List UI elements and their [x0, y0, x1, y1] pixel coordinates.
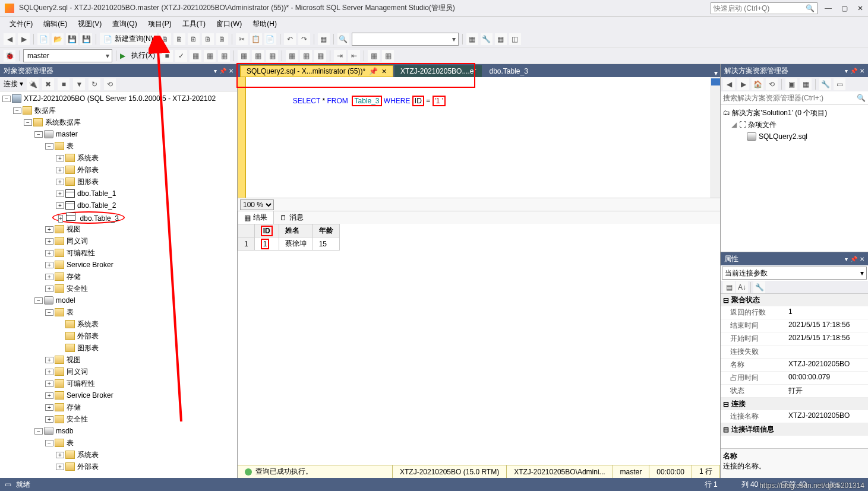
home-icon[interactable]: 🏠	[752, 78, 763, 90]
sync-icon[interactable]: ⟲	[104, 78, 116, 90]
model-external-tables-node[interactable]: 外部表	[77, 331, 99, 341]
expand-icon[interactable]: +	[45, 416, 53, 423]
menu-window[interactable]: 窗口(W)	[212, 17, 247, 31]
expand-icon[interactable]: −	[24, 119, 32, 126]
collapse-icon[interactable]: ▣	[785, 78, 797, 90]
save-all-button[interactable]: 💾	[80, 33, 92, 45]
prop-category-details[interactable]: ⊟连接详细信息	[721, 423, 868, 436]
stop-icon[interactable]: ■	[58, 78, 70, 90]
disconnect-icon[interactable]: ✖	[42, 78, 54, 90]
tool-b-button[interactable]: ▦	[495, 33, 507, 45]
xmla-icon[interactable]: 🗎	[202, 33, 214, 45]
col-id[interactable]: ID	[254, 224, 279, 237]
sync-icon[interactable]: ⟲	[766, 78, 778, 90]
quick-launch-input[interactable]	[714, 4, 806, 12]
results-grid-button[interactable]: ▦	[218, 50, 230, 62]
split-button[interactable]: ◫	[509, 33, 521, 45]
close-icon[interactable]: ✕	[860, 68, 864, 74]
results-tab[interactable]: ▦结果	[238, 211, 274, 224]
outdent-button[interactable]: ⇤	[348, 50, 360, 62]
open-button[interactable]: 📂	[52, 33, 64, 45]
expand-icon[interactable]: +	[45, 404, 53, 411]
tb-a[interactable]: ▦	[238, 50, 250, 62]
pin-icon[interactable]: 📌	[850, 256, 857, 262]
expand-icon[interactable]: +	[56, 167, 64, 173]
model-views-node[interactable]: 视图	[67, 355, 81, 365]
close-icon[interactable]: ✕	[229, 68, 233, 74]
tool-a-button[interactable]: ▦	[466, 33, 478, 45]
expand-icon[interactable]: +	[58, 215, 63, 223]
wrench-icon[interactable]: 🔧	[481, 33, 493, 45]
msdb-external-tables-node[interactable]: 外部表	[77, 462, 99, 472]
tb-d[interactable]: ▦	[286, 50, 298, 62]
editor-body[interactable]: SELECT * FROM Table_3 WHERE ID = '1 '	[238, 77, 720, 198]
model-programmability-node[interactable]: 可编程性	[67, 379, 95, 389]
sql-file-node[interactable]: SQLQuery2.sql	[759, 132, 807, 141]
expand-icon[interactable]: +	[45, 392, 53, 399]
new-button[interactable]: 📄	[37, 33, 49, 45]
views-node[interactable]: 视图	[67, 224, 81, 234]
dropdown-icon[interactable]: ▾	[845, 68, 848, 74]
expand-icon[interactable]: +	[45, 381, 53, 387]
parse-button[interactable]: ✓	[175, 50, 187, 62]
categorized-icon[interactable]: ▤	[723, 281, 735, 293]
expand-icon[interactable]: −	[45, 440, 53, 446]
sql-editor[interactable]: SELECT * FROM Table_3 WHERE ID = '1 '	[246, 77, 711, 198]
editor-tab-3[interactable]: dbo.Table_3	[483, 65, 534, 77]
database-combo[interactable]: master	[23, 49, 112, 62]
maximize-button[interactable]: ▢	[841, 4, 848, 12]
model-service-broker-node[interactable]: Service Broker	[67, 391, 113, 400]
solution-search[interactable]: 🔍	[721, 91, 868, 104]
refresh-icon[interactable]: ↻	[89, 78, 100, 90]
expand-icon[interactable]: +	[56, 155, 64, 161]
solution-tree[interactable]: 🗂 解决方案'Solution1' (0 个项目) ◢⛶ 杂项文件 SQLQue…	[721, 104, 868, 252]
model-node[interactable]: model	[56, 296, 75, 305]
quick-launch-box[interactable]: 🔍	[711, 2, 818, 14]
expand-icon[interactable]: +	[56, 452, 64, 458]
expand-icon[interactable]: +	[45, 238, 53, 245]
menu-edit[interactable]: 编辑(E)	[39, 17, 72, 31]
alphabetical-icon[interactable]: A↓	[736, 281, 748, 293]
system-databases-node[interactable]: 系统数据库	[45, 118, 81, 128]
split-icon[interactable]	[711, 78, 720, 85]
menu-query[interactable]: 查询(Q)	[108, 17, 141, 31]
tables-node[interactable]: 表	[67, 141, 74, 151]
expand-icon[interactable]: +	[45, 357, 53, 363]
expand-icon[interactable]: +	[45, 262, 53, 268]
zoom-combo[interactable]: 100 %	[240, 199, 274, 210]
model-security-node[interactable]: 安全性	[67, 414, 88, 424]
wrench-icon[interactable]: 🔧	[753, 281, 765, 293]
find-combo[interactable]	[352, 33, 459, 46]
debug-button[interactable]: 🐞	[4, 50, 15, 62]
model-graph-tables-node[interactable]: 图形表	[77, 343, 99, 353]
programmability-node[interactable]: 可编程性	[67, 248, 95, 258]
solution-search-input[interactable]	[721, 94, 854, 102]
server-node[interactable]: XTZJ-20210205BO (SQL Server 15.0.2000.5 …	[24, 94, 216, 103]
expand-icon[interactable]: +	[45, 286, 53, 292]
expand-icon[interactable]: −	[34, 131, 43, 138]
synonyms-node[interactable]: 同义词	[67, 236, 88, 246]
service-broker-node[interactable]: Service Broker	[67, 261, 113, 269]
md-icon[interactable]: 🗎	[173, 33, 185, 45]
dm-icon[interactable]: 🗎	[188, 33, 200, 45]
table2-node[interactable]: dbo.Table_2	[77, 201, 116, 210]
messages-tab[interactable]: 🗒消息	[274, 211, 310, 224]
expand-icon[interactable]: +	[45, 369, 53, 375]
expand-icon[interactable]: −	[45, 309, 53, 316]
system-tables-node[interactable]: 系统表	[77, 153, 99, 163]
menu-file[interactable]: 文件(F)	[5, 17, 37, 31]
expand-icon[interactable]: +	[56, 464, 64, 470]
prop-category-connection[interactable]: ⊟连接	[721, 398, 868, 410]
tb-e[interactable]: ▦	[300, 50, 312, 62]
msdb-node[interactable]: msdb	[56, 427, 73, 435]
undo-button[interactable]: ↶	[284, 33, 296, 45]
expand-icon[interactable]: +	[56, 202, 64, 209]
properties-grid[interactable]: ⊟聚合状态 返回的行数1 结束时间2021/5/15 17:18:56 开始时间…	[721, 294, 868, 448]
databases-node[interactable]: 数据库	[34, 106, 56, 116]
model-storage-node[interactable]: 存储	[67, 402, 81, 413]
model-tables-node[interactable]: 表	[67, 308, 74, 318]
msdb-tables-node[interactable]: 表	[67, 438, 74, 448]
de-icon[interactable]: 🗎	[159, 33, 171, 45]
table1-node[interactable]: dbo.Table_1	[77, 189, 116, 198]
copy-button[interactable]: 📋	[250, 33, 262, 45]
